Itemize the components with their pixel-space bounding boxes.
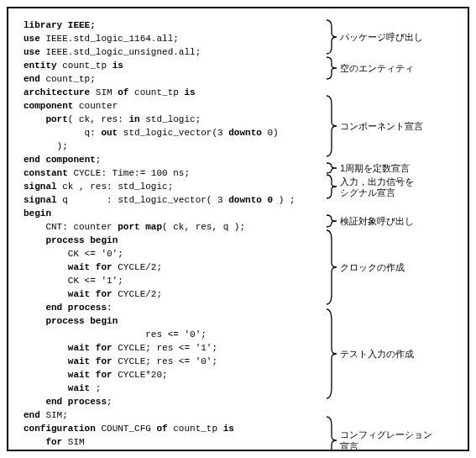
code-line: configuration COUNT_CFG of count_tp is — [24, 422, 323, 435]
code-line: process begin — [24, 314, 323, 328]
code-text: use — [24, 47, 40, 57]
annotation-entity: 空のエンティティ — [323, 55, 468, 81]
code-line: signal ck , res: std_logic; — [24, 180, 323, 193]
code-line: q: out std_logic_vector(3 downto 0) — [24, 126, 323, 140]
code-text: SIM; — [40, 410, 68, 420]
annotation-label: パッケージ呼び出し — [338, 31, 468, 43]
code-text: q: — [24, 128, 101, 138]
code-line: signal q : std_logic_vector( 3 downto 0 … — [24, 193, 323, 207]
code-text: is — [184, 87, 195, 97]
brace-icon — [323, 94, 338, 158]
code-text: of — [156, 424, 167, 434]
code-text — [90, 262, 96, 272]
code-text: for — [24, 437, 62, 447]
code-text: CYCLE/2; — [112, 289, 162, 299]
code-text: res <= '0'; — [24, 329, 207, 340]
code-text — [90, 356, 96, 366]
code-text: count_tp; — [40, 74, 96, 84]
annotation-instantiate: 検証対象呼び出し — [323, 213, 468, 229]
code-text: begin — [90, 316, 118, 326]
code-text: end — [24, 410, 40, 420]
code-text: ( ck, res, q ); — [162, 222, 245, 232]
code-text: CYCLE/2; — [112, 262, 162, 272]
code-line: constant CYCLE: Time:= 100 ns; — [24, 166, 323, 180]
code-text: for — [96, 356, 112, 366]
code-line: end component; — [24, 153, 323, 166]
annotation-signal-io: 入力，出力信号を — [323, 175, 468, 188]
code-text: begin — [90, 235, 118, 245]
annotation-label: 検証対象呼び出し — [338, 215, 468, 227]
brace-icon — [323, 18, 338, 55]
code-text: library IEEE; — [24, 20, 96, 30]
code-text: for — [96, 289, 112, 299]
code-text: for — [96, 370, 112, 380]
code-line: wait for CYCLE; res <= '0'; — [24, 355, 323, 368]
code-text: CYCLE; res <= '1'; — [112, 343, 217, 353]
code-line: wait for CYCLE*20; — [24, 368, 323, 382]
code-text — [62, 450, 68, 451]
brace-icon — [323, 55, 338, 81]
brace-icon — [323, 415, 338, 451]
code-line: end process: — [24, 301, 323, 314]
code-line: begin — [24, 207, 323, 220]
code-text: begin — [24, 208, 51, 218]
code-text: : — [107, 303, 112, 313]
code-line: port( ck, res: in std_logic; — [24, 113, 323, 126]
code-text: is — [223, 424, 234, 434]
code-text: is — [112, 61, 123, 71]
code-line: CNT: counter port map( ck, res, q ); — [24, 220, 323, 234]
code-text: for — [96, 343, 112, 353]
annotation-label: クロックの作成 — [338, 261, 468, 273]
code-text: CK <= '1'; — [24, 276, 123, 286]
annotation-signal: シグナル宣言 — [323, 173, 468, 200]
code-frame: library IEEE; use IEEE.std_logic_1164.al… — [7, 7, 469, 451]
code-text: COUNT_CFG — [96, 424, 157, 434]
brace-icon — [323, 161, 338, 175]
code-text: component — [45, 155, 95, 165]
code-text — [90, 370, 96, 380]
annotation-label: テスト入力の作成 — [338, 348, 468, 360]
code-text: configuration — [24, 424, 96, 434]
annotation-label: 1周期を定数宣言 — [338, 162, 468, 174]
code-text: out — [101, 128, 118, 138]
brace-icon — [323, 173, 338, 200]
code-text: process — [68, 397, 107, 407]
code-text: ; — [90, 383, 101, 393]
code-line: end count_tp; — [24, 72, 323, 86]
annotation-layer: パッケージ呼び出し 空のエンティティ コンポーネント宣言 1周期を定数宣言 入力 — [323, 8, 468, 450]
code-line: wait for CYCLE; res <= '1'; — [24, 341, 323, 355]
annotation-package: パッケージ呼び出し — [323, 18, 468, 55]
code-line: CK <= '1'; — [24, 274, 323, 287]
code-text: of — [118, 87, 128, 97]
annotation-clock: クロックの作成 — [323, 229, 468, 306]
code-text: end — [24, 397, 62, 407]
brace-icon — [323, 229, 338, 306]
code-text: IEEE.std_logic_unsigned.all; — [40, 47, 201, 57]
code-text: wait — [24, 356, 90, 366]
code-text: in — [128, 114, 139, 124]
code-text: IEEE.std_logic_1164.all; — [40, 34, 179, 44]
annotation-test-input: テスト入力の作成 — [323, 308, 468, 400]
code-text — [62, 397, 68, 407]
code-text: counter — [73, 101, 118, 111]
code-text: downto — [228, 128, 262, 138]
code-text: count_tp — [128, 87, 184, 97]
code-line: end process; — [24, 395, 323, 408]
code-text: wait — [24, 262, 90, 272]
code-line: wait for CYCLE/2; — [24, 261, 323, 274]
code-text: CNT: counter — [24, 222, 118, 232]
code-text: wait — [24, 343, 90, 353]
annotation-label: コンポーネント宣言 — [338, 120, 468, 132]
code-line: ); — [24, 140, 323, 153]
code-line: library IEEE; — [24, 18, 323, 32]
code-text: SIM — [90, 87, 118, 97]
code-text: std_logic_vector(3 — [118, 128, 228, 138]
code-text: ) ; — [273, 195, 295, 205]
code-text: ( ck, res: — [68, 114, 129, 124]
code-text: ; — [85, 450, 91, 451]
code-text: end — [24, 450, 62, 451]
code-text: for — [96, 262, 112, 272]
code-text: ; — [107, 397, 112, 407]
code-line: wait ; — [24, 382, 323, 395]
code-line: CK <= '0'; — [24, 247, 323, 261]
